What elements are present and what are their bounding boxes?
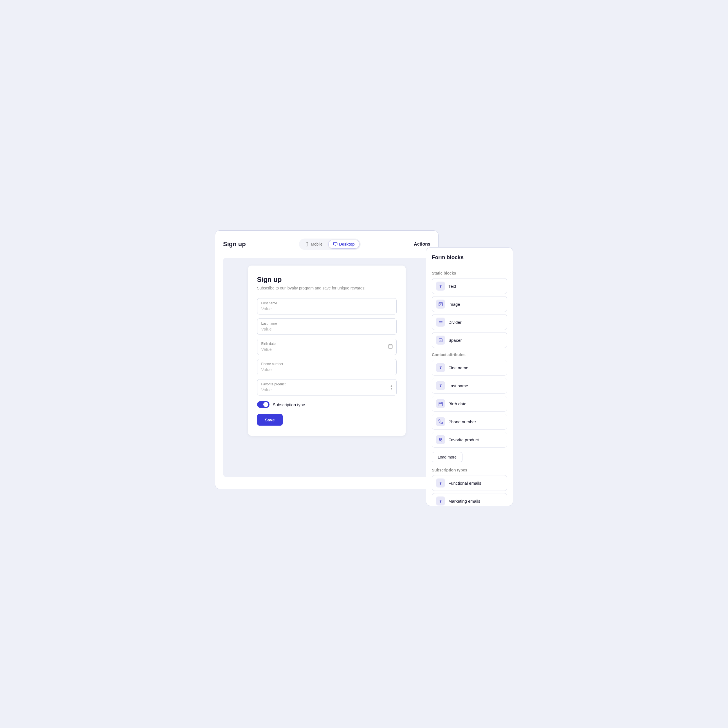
image-block-icon — [436, 300, 445, 309]
page-title: Sign up — [223, 240, 246, 248]
block-item-functional-emails[interactable]: T Functional emails — [432, 475, 507, 491]
phone-number-label: Phone number — [262, 362, 392, 366]
birthdate-block-icon — [436, 399, 445, 408]
svg-point-23 — [441, 440, 442, 441]
svg-rect-0 — [306, 242, 308, 246]
main-card-header: Sign up Mobile Desktop — [223, 239, 430, 250]
favorite-product-block-label: Favorite product — [448, 437, 479, 442]
static-blocks-list: T Text Image — [432, 278, 507, 348]
contact-attributes-title: Contact attributes — [432, 352, 507, 357]
desktop-toggle[interactable]: Desktop — [328, 240, 359, 249]
birth-date-field[interactable]: Birth date Value — [257, 339, 397, 355]
favorite-product-field[interactable]: Favorite product Value ▲▼ — [257, 379, 397, 396]
form-preview-card: Sign up Subscribe to our loyalty program… — [248, 266, 405, 436]
text-block-label: Text — [448, 284, 456, 289]
firstname-block-label: First name — [448, 366, 468, 370]
last-name-value: Value — [262, 327, 272, 331]
product-icon — [438, 437, 443, 442]
block-item-birthdate[interactable]: Birth date — [432, 396, 507, 411]
phone-icon — [438, 419, 443, 424]
canvas-area: Sign up Subscribe to our loyalty program… — [223, 258, 430, 477]
save-button[interactable]: Save — [257, 414, 283, 425]
svg-point-21 — [441, 438, 442, 439]
spacer-icon — [438, 338, 443, 343]
subscription-types-list: T Functional emails T Marketing emails — [432, 475, 507, 506]
birthdate-block-label: Birth date — [448, 401, 466, 406]
block-item-lastname[interactable]: T Last name — [432, 378, 507, 393]
calendar-icon — [388, 344, 393, 350]
select-arrows-icon: ▲▼ — [390, 384, 393, 390]
svg-point-22 — [439, 440, 440, 441]
subscription-toggle[interactable] — [257, 401, 269, 408]
svg-rect-2 — [333, 243, 337, 245]
phone-number-value: Value — [262, 367, 272, 372]
panel-title: Form blocks — [432, 254, 507, 265]
divider-block-label: Divider — [448, 320, 462, 324]
svg-rect-16 — [439, 402, 442, 405]
block-item-divider[interactable]: Divider — [432, 314, 507, 330]
block-item-phone[interactable]: Phone number — [432, 414, 507, 430]
firstname-block-icon: T — [436, 363, 445, 372]
block-item-image[interactable]: Image — [432, 296, 507, 312]
birth-date-value: Value — [262, 347, 272, 352]
view-toggle: Mobile Desktop — [299, 239, 360, 250]
image-block-label: Image — [448, 302, 460, 307]
favorite-product-label: Favorite product — [262, 382, 392, 386]
form-preview-title: Sign up — [257, 276, 397, 283]
svg-point-20 — [439, 438, 440, 439]
phone-block-icon — [436, 417, 445, 426]
mobile-icon — [304, 242, 309, 246]
block-item-marketing-emails[interactable]: T Marketing emails — [432, 493, 507, 506]
marketing-emails-icon: T — [436, 497, 445, 506]
svg-rect-5 — [388, 344, 392, 349]
contact-attributes-list: T First name T Last name — [432, 360, 507, 448]
subscription-types-title: Subscription types — [432, 468, 507, 472]
desktop-icon — [333, 242, 338, 246]
static-blocks-title: Static blocks — [432, 271, 507, 275]
functional-emails-icon: T — [436, 479, 445, 488]
block-item-spacer[interactable]: Spacer — [432, 332, 507, 348]
spacer-block-icon — [436, 336, 445, 344]
favorite-product-block-icon — [436, 435, 445, 444]
subscription-label: Subscription type — [273, 402, 305, 407]
lastname-block-icon: T — [436, 381, 445, 390]
text-block-icon: T — [436, 281, 445, 291]
right-panel: Form blocks Static blocks T Text Image — [426, 247, 513, 506]
svg-point-10 — [439, 303, 440, 303]
birthdate-icon — [438, 401, 443, 406]
spacer-block-label: Spacer — [448, 338, 462, 343]
phone-number-field[interactable]: Phone number Value — [257, 359, 397, 375]
block-item-text[interactable]: T Text — [432, 278, 507, 294]
divider-block-icon — [436, 318, 445, 327]
page-wrapper: Sign up Mobile Desktop — [215, 230, 513, 498]
mobile-toggle[interactable]: Mobile — [300, 240, 327, 249]
divider-icon — [438, 320, 443, 324]
form-preview-subtitle: Subscribe to our loyalty program and sav… — [257, 286, 397, 290]
block-item-favorite-product[interactable]: Favorite product — [432, 432, 507, 448]
form-field-group: First name Value Last name Value Birth d… — [257, 298, 397, 396]
image-icon — [438, 302, 443, 307]
main-card: Sign up Mobile Desktop — [215, 230, 439, 489]
subscription-row: Subscription type — [257, 401, 397, 408]
last-name-label: Last name — [262, 321, 392, 326]
birth-date-label: Birth date — [262, 342, 392, 346]
first-name-value: Value — [262, 306, 272, 311]
last-name-field[interactable]: Last name Value — [257, 318, 397, 335]
block-item-firstname[interactable]: T First name — [432, 360, 507, 376]
actions-label: Actions — [414, 242, 430, 247]
functional-emails-label: Functional emails — [448, 481, 481, 485]
first-name-label: First name — [262, 301, 392, 305]
phone-block-label: Phone number — [448, 419, 476, 424]
load-more-button[interactable]: Load more — [432, 452, 462, 462]
lastname-block-label: Last name — [448, 384, 468, 388]
favorite-product-value: Value — [262, 387, 272, 392]
marketing-emails-label: Marketing emails — [448, 499, 480, 503]
first-name-field[interactable]: First name Value — [257, 298, 397, 315]
